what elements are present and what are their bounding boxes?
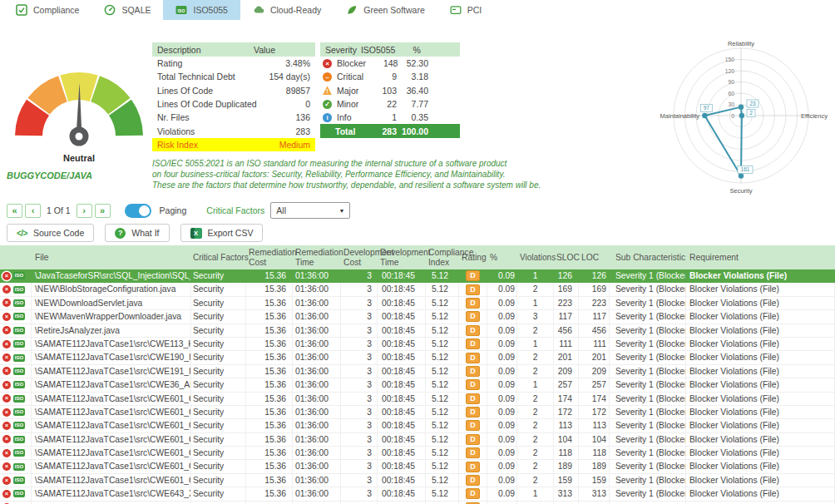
row-iso-cell: ISO: [13, 378, 32, 391]
table-row[interactable]: ×ISO\SAMATE112JavaTCase1\src\CWE601_Open…: [0, 419, 835, 432]
source-code-button[interactable]: </> Source Code: [7, 224, 94, 242]
rating-badge: D: [466, 447, 480, 458]
header-compliance-index[interactable]: Compliance Index: [426, 248, 459, 267]
percent-cell: 0.09: [487, 338, 517, 350]
table-row[interactable]: ×ISO\SAMATE112JavaTCase1\src\CWE601_Open…: [0, 406, 835, 419]
severity-label: Blocker: [337, 58, 366, 68]
remediation-time-cell: 01:36:00: [293, 447, 341, 459]
table-row[interactable]: ×ISO\JavaTcaseforSR\src\SQL_Injection\SQ…: [0, 269, 835, 283]
development-time-cell: 00:18:45: [378, 474, 426, 487]
header-sloc[interactable]: SLOC: [554, 253, 579, 263]
iso-badge-icon: ISO: [13, 408, 25, 416]
percent-cell: 0.09: [487, 365, 517, 378]
table-row[interactable]: ×ISO\SAMATE112JavaTCase1\src\CWE643_Xpat…: [0, 487, 835, 501]
development-time-cell: 00:18:45: [378, 283, 426, 295]
table-row[interactable]: ×ISO\SAMATE112JavaTCase1\src\CWE601_Open…: [0, 433, 835, 447]
development-time-cell: 00:18:45: [378, 378, 426, 391]
header-file[interactable]: File: [32, 253, 191, 263]
rating-badge: D: [466, 270, 480, 281]
radar-chart: 0306090120150ReliabilityEfficiencySecuri…: [612, 22, 835, 214]
header-development-time[interactable]: Development Time: [378, 248, 426, 267]
sub-characteristic-cell: Severity 1 (Blocker): [610, 378, 686, 391]
first-page-button[interactable]: «: [7, 204, 22, 218]
next-page-button[interactable]: ›: [77, 204, 92, 218]
requirement-cell: Blocker Violations (File): [686, 406, 835, 418]
critical-factors-cell: Security: [191, 338, 246, 350]
header-critical-factors[interactable]: Critical Factors: [191, 253, 246, 263]
rating-badge: D: [466, 407, 480, 418]
compliance-index-cell: 5.12: [426, 460, 459, 472]
tab-compliance[interactable]: Compliance: [3, 0, 91, 20]
paging-toggle[interactable]: [125, 204, 151, 218]
file-cell: \SAMATE112JavaTCase1\src\CWE601_Open_Red…: [32, 474, 191, 487]
severity-pct: 7.77: [397, 99, 428, 109]
prev-page-button[interactable]: ‹: [25, 204, 41, 218]
violations-cell: 2: [517, 433, 554, 446]
header-sub-characteristic[interactable]: Sub Characteristic: [610, 253, 686, 263]
requirement-cell: Blocker Violations (File): [686, 487, 835, 500]
table-row[interactable]: ×ISO\SAMATE112JavaTCase1\src\CWE191_Inte…: [0, 365, 835, 378]
sqale-gauge-icon: [104, 4, 116, 16]
sloc-cell: 174: [554, 393, 579, 405]
leaf-icon: [346, 4, 358, 16]
severity-label: Minor: [337, 99, 363, 109]
tab-sqale[interactable]: SQALE: [91, 0, 163, 20]
critical-factors-dropdown[interactable]: All ▼: [270, 202, 350, 219]
header-percent[interactable]: %: [487, 253, 517, 263]
severity-row: ×Blocker14852.30: [320, 57, 460, 70]
violations-cell: [517, 502, 554, 504]
sloc-cell: 169: [554, 283, 579, 295]
row-status-cell: ×: [0, 460, 13, 472]
table-row[interactable]: ×ISO\NEW\MavenWrapperDownloader.javaSecu…: [0, 310, 835, 324]
header-loc[interactable]: LOC: [579, 253, 610, 263]
summary-row: Lines Of Code Duplicated0: [152, 97, 315, 111]
error-icon: ×: [2, 462, 11, 471]
total-count: 283: [363, 126, 397, 136]
rating-cell: D: [459, 474, 487, 487]
table-body: ×ISO\JavaTcaseforSR\src\SQL_Injection\SQ…: [0, 269, 835, 504]
error-icon: ×: [2, 299, 11, 307]
what-if-button[interactable]: ? What If: [105, 224, 169, 242]
header-remediation-time[interactable]: Remediation Time: [293, 248, 341, 267]
rating-cell: D: [459, 324, 487, 337]
table-row[interactable]: ×ISO\RetireJsAnalyzer.javaSecurity15.360…: [0, 324, 835, 338]
compliance-index-cell: 5.12: [426, 378, 459, 391]
svg-text:ISO: ISO: [178, 8, 185, 13]
table-row[interactable]: ×ISO\SAMATE112JavaTCase1\src\CWE601_Open…: [0, 447, 835, 460]
last-page-button[interactable]: »: [95, 204, 111, 218]
error-icon: ×: [2, 353, 11, 362]
error-icon: ×: [2, 449, 11, 457]
table-row[interactable]: ×ISO\SAMATE112JavaTCase1\src\CWE601_Open…: [0, 393, 835, 406]
table-row[interactable]: ×ISO\SAMATE112JavaTCase1\src\CWE113_HTTP…: [0, 338, 835, 351]
table-row[interactable]: ×ISOD: [0, 502, 835, 504]
tab-label: ISO5055: [193, 5, 227, 15]
blocker-icon: ×: [323, 59, 332, 68]
table-row[interactable]: ×ISO\NEW\DownloadServlet.javaSecurity15.…: [0, 297, 835, 310]
tab-green-software[interactable]: Green Software: [334, 0, 437, 20]
row-iso-cell: ISO: [13, 269, 32, 282]
table-row[interactable]: ×ISO\SAMATE112JavaTCase1\src\CWE601_Open…: [0, 460, 835, 473]
table-row[interactable]: ×ISO\SAMATE112JavaTCase1\src\CWE36_Absol…: [0, 378, 835, 392]
compliance-index-cell: 5.12: [426, 297, 459, 309]
row-iso-cell: ISO: [13, 351, 32, 363]
header-violations[interactable]: Violations: [517, 253, 554, 263]
iso-note-line2: on four business-critical factors: Secur…: [152, 169, 541, 180]
header-rating[interactable]: Rating: [459, 253, 487, 263]
rating-cell: D: [459, 393, 487, 405]
violations-cell: 1: [517, 378, 554, 391]
table-row[interactable]: ×ISO\SAMATE112JavaTCase1\src\CWE190_Inte…: [0, 351, 835, 364]
iso-badge-icon: ISO: [13, 463, 25, 471]
table-row[interactable]: ×ISO\NEW\BlobStorageConfiguration.javaSe…: [0, 283, 835, 296]
export-csv-button[interactable]: X Export CSV: [180, 224, 264, 242]
header-remediation-cost[interactable]: Remediation Cost: [246, 248, 293, 267]
tab-iso5055[interactable]: ISO ISO5055: [163, 0, 240, 20]
iso-badge-icon: ISO: [175, 4, 187, 16]
tab-pci[interactable]: PCI: [437, 0, 495, 20]
percent-cell: 0.09: [487, 447, 517, 459]
header-development-cost[interactable]: Development Cost: [341, 248, 378, 267]
table-row[interactable]: ×ISO\SAMATE112JavaTCase1\src\CWE601_Open…: [0, 474, 835, 487]
risk-index-row: Risk Index Medium: [152, 138, 315, 151]
header-requirement[interactable]: Requirement: [686, 253, 835, 263]
tab-cloud-ready[interactable]: Cloud-Ready: [240, 0, 334, 20]
row-iso-cell: ISO: [13, 474, 32, 487]
